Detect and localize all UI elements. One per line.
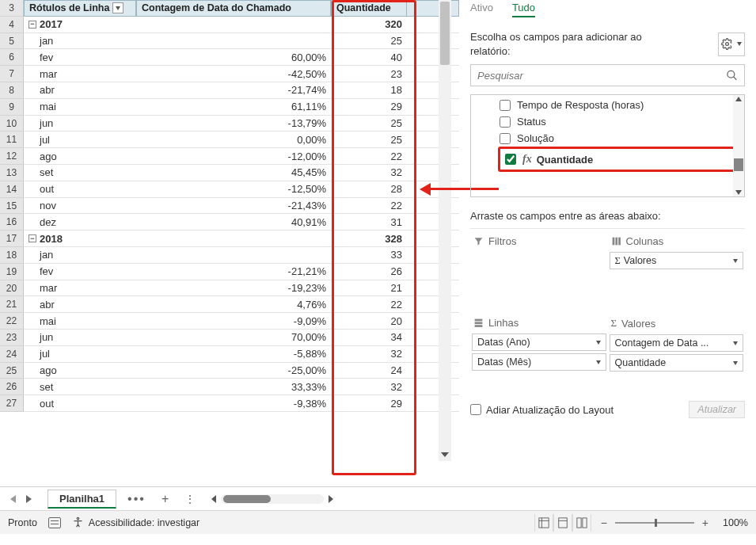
- pivot-table[interactable]: Rótulos de LinhaContagem de Data do Cham…: [24, 0, 459, 412]
- row-header[interactable]: 12: [0, 148, 24, 165]
- field-search-box[interactable]: [470, 64, 745, 86]
- zone-values[interactable]: Σ Valores Contagem de Data ...Quantidade: [608, 311, 746, 393]
- zone-columns[interactable]: Colunas Σ Valores: [608, 229, 746, 311]
- zone-pill[interactable]: Datas (Mês): [472, 353, 606, 371]
- row-header[interactable]: 5: [0, 33, 24, 50]
- row-header[interactable]: 16: [0, 214, 24, 231]
- pivot-month-row[interactable]: dez40,91%31: [24, 214, 459, 231]
- row-header[interactable]: 23: [0, 330, 24, 346]
- update-button[interactable]: Atualizar: [689, 401, 745, 418]
- row-header[interactable]: 19: [0, 264, 24, 280]
- row-header[interactable]: 14: [0, 181, 24, 198]
- pivot-month-row[interactable]: abr-21,74%18: [24, 82, 459, 99]
- hscroll-thumb[interactable]: [223, 495, 271, 503]
- field-list-scrollbar[interactable]: [733, 95, 744, 196]
- tab-active[interactable]: Ativo: [470, 2, 493, 17]
- pivot-header-rows[interactable]: Rótulos de Linha: [24, 0, 136, 17]
- scrollbar-thumb[interactable]: [440, 2, 450, 65]
- row-header[interactable]: 3: [0, 0, 24, 17]
- field-item[interactable]: fxQuantidade: [503, 151, 734, 168]
- horizontal-scrollbar[interactable]: [208, 494, 751, 505]
- zoom-in-button[interactable]: +: [702, 516, 709, 529]
- zone-filters[interactable]: Filtros: [470, 229, 608, 311]
- pivot-month-row[interactable]: fev-21,21%26: [24, 264, 459, 280]
- zone-pill[interactable]: Quantidade: [610, 354, 744, 372]
- tab-all[interactable]: Tudo: [512, 2, 535, 17]
- sheet-more-button[interactable]: •••: [120, 492, 154, 506]
- field-checkbox[interactable]: [500, 133, 511, 144]
- field-item[interactable]: Tempo de Resposta (horas): [498, 97, 739, 113]
- pivot-month-row[interactable]: fev60,00%40: [24, 49, 459, 66]
- pivot-month-row[interactable]: abr4,76%22: [24, 296, 459, 313]
- hscroll-left-arrow[interactable]: [208, 494, 219, 505]
- defer-layout-checkbox[interactable]: Adiar Atualização do Layout: [470, 404, 614, 416]
- defer-layout-input[interactable]: [470, 404, 481, 415]
- pivot-year-row[interactable]: −2018328: [24, 231, 459, 247]
- hscroll-right-arrow[interactable]: [325, 494, 336, 505]
- zone-rows[interactable]: Linhas Datas (Ano)Datas (Mês): [470, 311, 608, 393]
- row-header[interactable]: 18: [0, 247, 24, 264]
- collapse-icon[interactable]: −: [28, 234, 36, 242]
- pivot-header-count[interactable]: Contagem de Data do Chamado: [136, 0, 331, 17]
- sheet-menu-button[interactable]: ⋮: [177, 493, 203, 505]
- pivot-month-row[interactable]: nov-21,43%22: [24, 198, 459, 215]
- row-header[interactable]: 9: [0, 99, 24, 116]
- zoom-out-button[interactable]: −: [601, 516, 607, 529]
- pivot-month-row[interactable]: mar-19,23%21: [24, 280, 459, 297]
- row-header[interactable]: 6: [0, 49, 24, 66]
- pivot-month-row[interactable]: jul0,00%25: [24, 131, 459, 148]
- sheet-tab-planilha1[interactable]: Planilha1: [47, 490, 116, 509]
- field-list[interactable]: Tempo de Resposta (horas)StatusSoluçãofx…: [470, 94, 745, 197]
- zoom-track[interactable]: [615, 522, 694, 524]
- pivot-month-row[interactable]: mai-9,09%20: [24, 313, 459, 330]
- field-item[interactable]: Status: [498, 113, 739, 130]
- pivot-month-row[interactable]: jan25: [24, 33, 459, 50]
- filter-dropdown-icon[interactable]: [112, 2, 123, 13]
- workbook-stats-icon[interactable]: [48, 517, 61, 528]
- pivot-month-row[interactable]: set33,33%32: [24, 379, 459, 395]
- row-header[interactable]: 22: [0, 313, 24, 330]
- zone-pill[interactable]: Contagem de Data ...: [610, 334, 744, 352]
- scrollbar-down-arrow[interactable]: [439, 448, 451, 461]
- row-header[interactable]: 24: [0, 346, 24, 363]
- row-header[interactable]: 21: [0, 296, 24, 313]
- row-header[interactable]: 4: [0, 17, 24, 33]
- row-header[interactable]: 20: [0, 280, 24, 297]
- pivot-month-row[interactable]: mai61,11%29: [24, 99, 459, 116]
- page-break-view-button[interactable]: [572, 514, 591, 532]
- vertical-scrollbar[interactable]: [439, 0, 451, 461]
- pivot-header-qty[interactable]: Quantidade: [331, 0, 407, 17]
- field-checkbox[interactable]: [500, 100, 511, 111]
- row-header[interactable]: 13: [0, 165, 24, 181]
- sheet-nav-next[interactable]: [21, 491, 36, 507]
- pivot-month-row[interactable]: set45,45%32: [24, 165, 459, 181]
- zoom-slider[interactable]: − +: [601, 516, 709, 529]
- pivot-month-row[interactable]: mar-42,50%23: [24, 66, 459, 82]
- page-layout-view-button[interactable]: [553, 514, 572, 532]
- row-header[interactable]: 11: [0, 131, 24, 148]
- pivot-month-row[interactable]: jun-13,79%25: [24, 116, 459, 132]
- sheet-add-button[interactable]: +: [154, 492, 177, 506]
- field-checkbox[interactable]: [505, 154, 516, 165]
- pivot-month-row[interactable]: out-9,38%29: [24, 395, 459, 412]
- row-header[interactable]: 17: [0, 231, 24, 247]
- normal-view-button[interactable]: [534, 514, 553, 532]
- row-header[interactable]: 27: [0, 395, 24, 412]
- row-header[interactable]: 8: [0, 82, 24, 99]
- pivot-year-row[interactable]: −2017320: [24, 17, 459, 33]
- field-checkbox[interactable]: [500, 116, 511, 128]
- pivot-month-row[interactable]: ago-25,00%24: [24, 363, 459, 379]
- zoom-level[interactable]: 100%: [723, 517, 748, 528]
- field-pane-settings-button[interactable]: [718, 32, 745, 56]
- zone-pill[interactable]: Datas (Ano): [472, 333, 606, 351]
- row-header[interactable]: 15: [0, 198, 24, 215]
- field-search-input[interactable]: [477, 70, 726, 82]
- sheet-nav-prev[interactable]: [5, 491, 21, 507]
- row-header[interactable]: 10: [0, 116, 24, 132]
- pivot-month-row[interactable]: jan33: [24, 247, 459, 264]
- pivot-month-row[interactable]: jul-5,88%32: [24, 346, 459, 363]
- pivot-month-row[interactable]: jun70,00%34: [24, 330, 459, 346]
- row-header[interactable]: 25: [0, 363, 24, 379]
- collapse-icon[interactable]: −: [28, 21, 36, 29]
- field-item[interactable]: Solução: [498, 130, 739, 147]
